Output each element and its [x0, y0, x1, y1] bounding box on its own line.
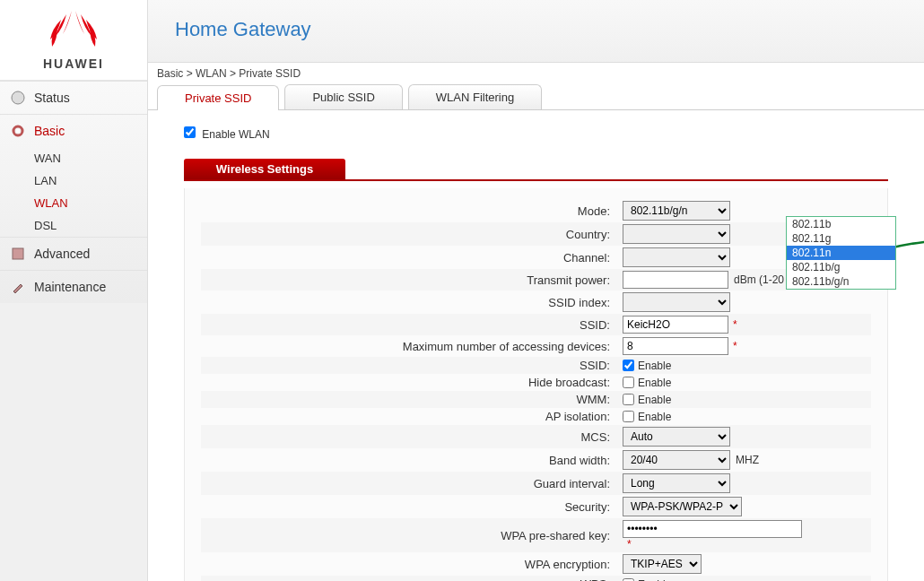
svg-point-0 — [12, 91, 24, 104]
ssid-label: SSID: — [201, 318, 623, 332]
wpa-enc-label: WPA encryption: — [201, 558, 623, 571]
header: Home Gateway — [148, 0, 924, 63]
wps-text: Enable — [638, 578, 671, 582]
mode-option-1[interactable]: 802.11g — [787, 231, 895, 246]
hide-broadcast-label: Hide broadcast: — [201, 376, 623, 389]
tab-wlan-filtering[interactable]: WLAN Filtering — [408, 84, 542, 109]
mcs-select[interactable]: Auto — [623, 427, 730, 447]
mode-option-4[interactable]: 802.11b/g/n — [787, 274, 895, 289]
ap-isolation-checkbox[interactable] — [623, 411, 634, 422]
nav-advanced-label: Advanced — [34, 247, 90, 261]
security-label: Security: — [201, 500, 623, 514]
ap-isolation-text: Enable — [638, 411, 671, 423]
section-title: Wireless Settings — [184, 159, 345, 179]
hide-broadcast-text: Enable — [638, 377, 671, 389]
mode-option-2[interactable]: 802.11n — [787, 246, 895, 260]
mode-label: Mode: — [201, 204, 623, 218]
nav-dsl[interactable]: DSL — [25, 214, 147, 237]
breadcrumb: Basic > WLAN > Private SSID — [148, 63, 924, 84]
ap-isolation-label: AP isolation: — [201, 410, 623, 423]
mode-option-0[interactable]: 802.11b — [787, 217, 895, 231]
max-devices-label: Maximum number of accessing devices: — [201, 340, 623, 353]
ssid-input[interactable] — [623, 316, 728, 334]
country-label: Country: — [201, 228, 623, 241]
enable-wlan-checkbox[interactable] — [184, 126, 196, 138]
transmit-power-input[interactable] — [623, 271, 728, 289]
ssid-index-label: SSID index: — [201, 296, 623, 309]
bandwidth-select[interactable]: 20/40 — [623, 450, 730, 470]
wpa-key-label: WPA pre-shared key: — [201, 529, 623, 542]
wmm-text: Enable — [638, 394, 671, 406]
bandwidth-label: Band width: — [201, 454, 623, 467]
mcs-label: MCS: — [201, 430, 623, 444]
channel-select[interactable] — [623, 247, 730, 267]
maintenance-icon — [9, 278, 27, 296]
nav-status-label: Status — [34, 91, 70, 105]
ssid-index-select[interactable] — [623, 292, 730, 312]
country-select[interactable] — [623, 224, 730, 244]
wmm-checkbox[interactable] — [623, 394, 634, 405]
svg-rect-3 — [13, 248, 23, 259]
max-devices-input[interactable] — [623, 337, 728, 355]
nav-status[interactable]: Status — [0, 82, 147, 114]
bandwidth-unit: MHZ — [736, 454, 759, 466]
nav-wan[interactable]: WAN — [25, 147, 147, 169]
nav-lan[interactable]: LAN — [25, 169, 147, 192]
guard-select[interactable]: Long — [623, 473, 730, 493]
req-mark: * — [627, 538, 632, 551]
guard-label: Guard interval: — [201, 477, 623, 490]
mode-option-3[interactable]: 802.11b/g — [787, 260, 895, 274]
hide-broadcast-checkbox[interactable] — [623, 377, 634, 388]
nav-maintenance[interactable]: Maintenance — [0, 271, 147, 303]
req-mark: * — [733, 340, 737, 352]
wpa-enc-select[interactable]: TKIP+AES — [623, 554, 702, 574]
wpa-key-input[interactable] — [623, 520, 802, 538]
tab-public-ssid[interactable]: Public SSID — [284, 84, 402, 109]
wmm-label: WMM: — [201, 393, 623, 406]
status-icon — [9, 89, 27, 107]
nav-basic[interactable]: Basic — [0, 115, 147, 147]
mode-dropdown-open[interactable]: 802.11b 802.11g 802.11n 802.11b/g 802.11… — [786, 216, 896, 290]
nav-maintenance-label: Maintenance — [34, 280, 106, 294]
nav-advanced[interactable]: Advanced — [0, 238, 147, 270]
req-mark: * — [733, 318, 737, 331]
nav-basic-label: Basic — [34, 124, 65, 138]
gear-icon — [9, 122, 27, 140]
svg-point-2 — [16, 129, 20, 133]
wps-label: WPS: — [201, 577, 623, 581]
ssid-enable-label: SSID: — [201, 359, 623, 372]
enable-wlan-label: Enable WLAN — [202, 128, 269, 141]
logo: HUAWEI — [0, 0, 147, 81]
nav-wlan[interactable]: WLAN — [25, 192, 147, 214]
ssid-enable-text: Enable — [638, 360, 671, 372]
channel-label: Channel: — [201, 251, 623, 264]
ssid-enable-checkbox[interactable] — [623, 360, 634, 371]
transmit-power-label: Transmit power: — [201, 273, 623, 287]
tab-private-ssid[interactable]: Private SSID — [157, 85, 279, 110]
mode-select[interactable]: 802.11b/g/n — [623, 201, 730, 221]
brand-text: HUAWEI — [43, 56, 104, 71]
security-select[interactable]: WPA-PSK/WPA2-P — [623, 497, 742, 516]
huawei-logo-icon — [47, 9, 100, 56]
advanced-icon — [9, 245, 27, 263]
page-title: Home Gateway — [175, 18, 897, 41]
